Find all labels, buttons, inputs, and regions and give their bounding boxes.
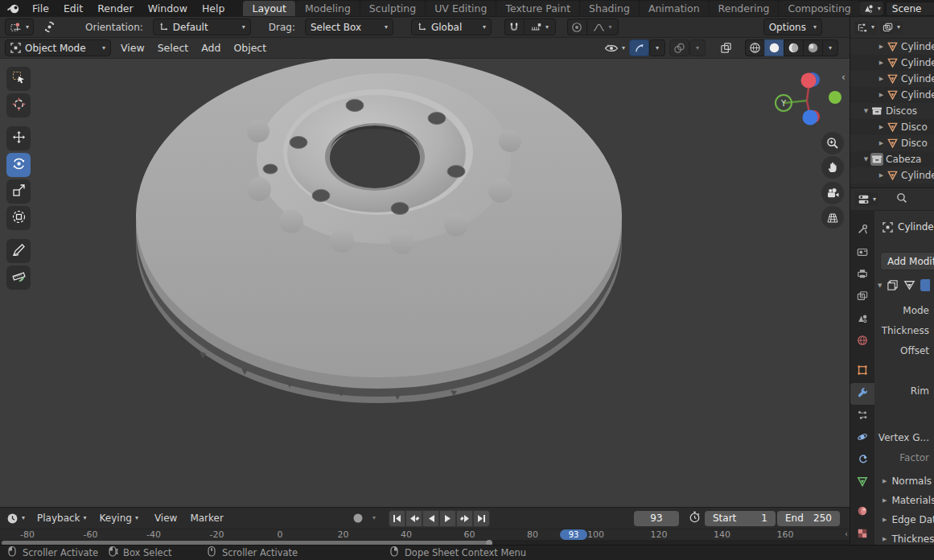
properties-tab-view-layer[interactable] <box>850 286 874 308</box>
outliner-filter-dropdown[interactable]: ▾ <box>880 21 903 35</box>
outliner-row-cylinder[interactable]: ▶Cylinder <box>850 87 934 103</box>
brake-disc-model[interactable] <box>0 59 850 507</box>
options-dropdown[interactable]: Options ▾ <box>763 19 822 35</box>
scene-name-field[interactable]: Scene <box>886 2 934 16</box>
outliner-row-disco[interactable]: ▶Disco <box>850 119 934 135</box>
shading-rendered-button[interactable] <box>803 39 822 56</box>
toggle-perspective-button[interactable] <box>821 206 844 229</box>
outliner-row-disco[interactable]: ▶Disco <box>850 135 934 151</box>
properties-tab-modifiers[interactable] <box>850 383 874 405</box>
camera-view-button[interactable] <box>821 182 844 204</box>
properties-tab-render[interactable] <box>850 242 874 264</box>
modifier-panel-header[interactable]: ▼ <box>878 279 930 291</box>
keying-dropdown-caret[interactable]: ▾ <box>372 515 376 521</box>
topbar-menu-file[interactable]: File <box>25 2 56 14</box>
properties-tab-physics[interactable] <box>850 427 874 449</box>
sidebar-collapse-chevron[interactable]: ‹ <box>841 72 846 83</box>
timeline-editor-type-dropdown[interactable]: ▾ <box>4 512 27 525</box>
workspace-tab-shading[interactable]: Shading <box>580 1 639 16</box>
cursor-tool-button[interactable] <box>6 93 31 117</box>
use-preview-range-icon[interactable] <box>689 511 701 525</box>
orientation-dropdown[interactable]: Default ▾ <box>153 19 251 35</box>
properties-tab-tool[interactable] <box>850 220 874 241</box>
outliner-row-cylinder[interactable]: ▶Cylinder <box>850 71 934 87</box>
blender-logo-icon[interactable] <box>0 2 25 14</box>
properties-editor-type-dropdown[interactable]: ▾ <box>855 192 878 206</box>
timeline-menu-keying[interactable]: Keying▾ <box>93 513 145 524</box>
overlays-dropdown[interactable]: ▾ <box>689 39 706 56</box>
measure-tool-button[interactable] <box>6 266 31 290</box>
add-modifier-button[interactable]: Add Modifier <box>880 252 934 270</box>
expand-arrow-icon[interactable]: ▶ <box>877 140 886 146</box>
transform-tool-button[interactable] <box>6 206 31 230</box>
frame-end-field[interactable]: End 250 <box>777 511 840 526</box>
workspace-tab-sculpting[interactable]: Sculpting <box>360 1 425 16</box>
modifier-display-icon[interactable] <box>903 279 915 291</box>
properties-tab-material[interactable] <box>850 502 874 524</box>
workspace-tab-compositing[interactable]: Compositing <box>779 1 859 16</box>
proportional-falloff-dropdown[interactable]: ▾ <box>586 19 619 35</box>
collapse-arrow-icon[interactable]: ▼ <box>862 108 870 114</box>
outliner-row-discos[interactable]: ▼Discos <box>850 103 934 119</box>
frame-start-field[interactable]: Start 1 <box>705 511 776 526</box>
viewport-menu-add[interactable]: Add <box>195 39 227 56</box>
outliner-row-cabeza[interactable]: ▼Cabeza <box>850 151 934 167</box>
navigation-gizmo[interactable]: Y <box>763 64 846 138</box>
properties-tab-particles[interactable] <box>850 406 874 427</box>
topbar-menu-help[interactable]: Help <box>195 2 232 14</box>
outliner-editor-type-dropdown[interactable]: ▾ <box>854 21 877 35</box>
timeline-menu-view[interactable]: View <box>148 513 183 524</box>
auto-keying-button[interactable] <box>348 510 368 527</box>
properties-tab-object-data[interactable] <box>850 472 874 494</box>
snap-toggle-icon[interactable] <box>504 19 524 35</box>
properties-tab-constraints[interactable] <box>850 450 874 471</box>
viewport-3d[interactable]: Object Mode ▾ ViewSelectAddObject ▾ ▾ ▾ <box>0 38 850 507</box>
modifier-realtime-toggle[interactable] <box>920 279 930 291</box>
scene-selector-icon[interactable]: ▾ <box>860 2 883 15</box>
shading-dropdown[interactable]: ▾ <box>822 39 838 56</box>
workspace-tab-texture-paint[interactable]: Texture Paint <box>496 1 579 16</box>
topbar-menu-render[interactable]: Render <box>90 2 141 14</box>
workspace-tab-layout[interactable]: Layout <box>243 1 295 16</box>
annotate-tool-button[interactable] <box>6 239 31 263</box>
topbar-menu-window[interactable]: Window <box>141 2 195 14</box>
playhead-badge[interactable]: 93 <box>560 529 587 540</box>
modifier-section-edge-data[interactable]: ▶Edge Data <box>883 514 934 525</box>
outliner-row-cylinder[interactable]: ▶Cylinder <box>850 39 934 55</box>
workspace-tab-rendering[interactable]: Rendering <box>710 1 779 16</box>
expand-arrow-icon[interactable]: ▶ <box>877 172 886 179</box>
properties-tab-world[interactable] <box>850 331 874 353</box>
gizmo-toggle-button[interactable] <box>629 39 649 56</box>
topbar-menu-edit[interactable]: Edit <box>56 2 90 14</box>
drag-dropdown[interactable]: Select Box ▾ <box>305 19 393 35</box>
play-reverse-button[interactable] <box>422 510 439 527</box>
tweak-select-tool-button[interactable] <box>6 67 31 91</box>
properties-tab-texture[interactable] <box>850 524 874 545</box>
modifier-expand-icon[interactable]: ▼ <box>878 282 882 289</box>
modifier-section-normals[interactable]: ▶Normals <box>883 476 932 487</box>
expand-arrow-icon[interactable]: ▶ <box>877 43 886 50</box>
workspace-tab-uv-editing[interactable]: UV Editing <box>426 1 496 16</box>
timeline-menu-marker[interactable]: Marker <box>183 513 229 524</box>
properties-tab-object[interactable] <box>850 360 874 382</box>
move-tool-button[interactable] <box>6 126 31 150</box>
next-keyframe-button[interactable] <box>456 510 473 527</box>
mode-dropdown[interactable]: Object Mode ▾ <box>5 39 111 56</box>
jump-to-start-button[interactable] <box>389 510 405 527</box>
properties-tab-output[interactable] <box>850 264 874 286</box>
snap-target-dropdown[interactable]: ▾ <box>524 19 556 35</box>
expand-arrow-icon[interactable]: ▶ <box>877 92 886 98</box>
overlays-toggle-button[interactable] <box>669 39 689 56</box>
shading-solid-button[interactable] <box>764 39 784 56</box>
xray-toggle-button[interactable] <box>716 39 736 56</box>
current-frame-field[interactable]: 93 <box>634 511 679 526</box>
scale-tool-button[interactable] <box>6 179 31 204</box>
jump-to-end-button[interactable] <box>473 510 490 527</box>
rotate-tool-button[interactable] <box>6 153 31 177</box>
properties-tab-scene[interactable] <box>850 309 874 331</box>
timeline-collapse-chevron[interactable]: ‹ <box>845 529 848 538</box>
active-tool-dropdown[interactable]: ▾ <box>5 19 34 35</box>
expand-arrow-icon[interactable]: ▶ <box>877 76 886 82</box>
shading-wireframe-button[interactable] <box>745 39 764 56</box>
properties-search-icon[interactable] <box>896 192 907 206</box>
